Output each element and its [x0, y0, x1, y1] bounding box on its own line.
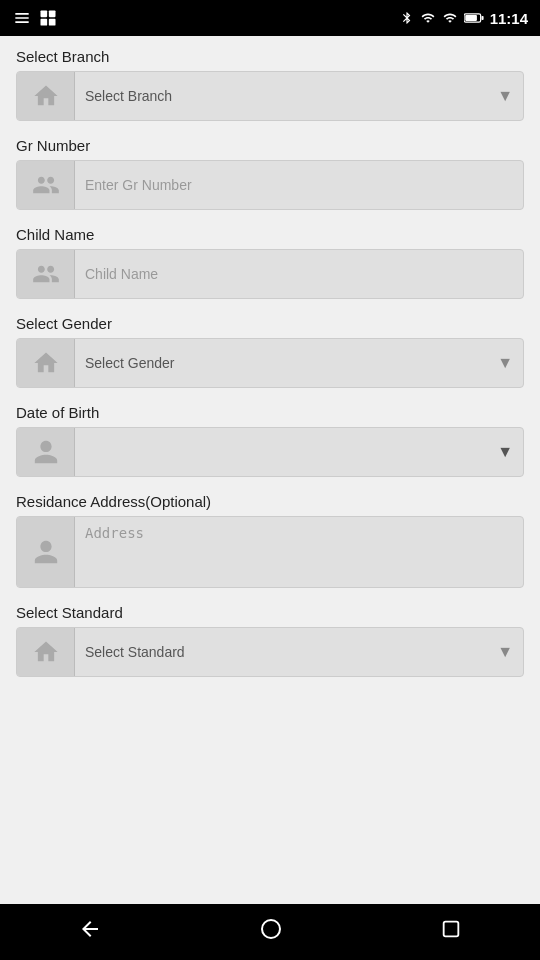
app-icon-2	[38, 8, 58, 28]
status-bar-left	[12, 8, 58, 28]
svg-rect-2	[41, 19, 48, 26]
select-branch-icon	[17, 72, 75, 120]
select-branch-group: Select Branch Select Branch ▼	[16, 48, 524, 121]
signal-icon	[420, 11, 436, 25]
date-of-birth-icon	[17, 428, 75, 476]
wifi-icon	[442, 11, 458, 25]
svg-rect-0	[41, 11, 48, 18]
gr-number-input[interactable]	[75, 161, 523, 209]
select-gender-icon	[17, 339, 75, 387]
select-branch-chevron: ▼	[497, 87, 513, 105]
address-input[interactable]	[75, 517, 523, 587]
svg-rect-3	[49, 19, 56, 26]
home-icon	[32, 82, 60, 110]
svg-point-7	[262, 920, 280, 938]
residence-address-icon	[17, 517, 75, 587]
person-icon-dob	[32, 438, 60, 466]
date-of-birth-group: Date of Birth ▼	[16, 404, 524, 477]
home-icon-standard	[32, 638, 60, 666]
select-standard-icon	[17, 628, 75, 676]
residence-address-label: Residance Address(Optional)	[16, 493, 524, 510]
select-gender-chevron: ▼	[497, 354, 513, 372]
gr-number-row	[16, 160, 524, 210]
select-standard-text: Select Standard	[85, 644, 185, 660]
gr-number-icon	[17, 161, 75, 209]
main-content: Select Branch Select Branch ▼ Gr Number	[0, 36, 540, 904]
select-standard-value[interactable]: Select Standard ▼	[75, 628, 523, 676]
child-name-input[interactable]	[75, 250, 523, 298]
recent-apps-button[interactable]	[430, 908, 472, 956]
select-gender-value[interactable]: Select Gender ▼	[75, 339, 523, 387]
select-gender-text: Select Gender	[85, 355, 175, 371]
navigation-bar	[0, 904, 540, 960]
select-branch-value[interactable]: Select Branch ▼	[75, 72, 523, 120]
gr-number-label: Gr Number	[16, 137, 524, 154]
svg-rect-1	[49, 11, 56, 18]
select-branch-label: Select Branch	[16, 48, 524, 65]
select-gender-label: Select Gender	[16, 315, 524, 332]
svg-rect-5	[465, 15, 477, 21]
gr-number-group: Gr Number	[16, 137, 524, 210]
select-branch-row[interactable]: Select Branch ▼	[16, 71, 524, 121]
person-icon-address	[32, 538, 60, 566]
select-standard-row[interactable]: Select Standard ▼	[16, 627, 524, 677]
time-display: 11:14	[490, 10, 528, 27]
bluetooth-icon	[400, 11, 414, 25]
svg-rect-6	[481, 16, 483, 20]
residence-address-group: Residance Address(Optional)	[16, 493, 524, 588]
child-name-label: Child Name	[16, 226, 524, 243]
app-icon-1	[12, 8, 32, 28]
child-name-group: Child Name	[16, 226, 524, 299]
status-bar-right: 11:14	[400, 10, 528, 27]
back-icon	[78, 917, 102, 941]
select-standard-group: Select Standard Select Standard ▼	[16, 604, 524, 677]
svg-rect-8	[443, 922, 458, 937]
select-branch-text: Select Branch	[85, 88, 172, 104]
back-button[interactable]	[68, 907, 112, 957]
people-icon-child	[32, 260, 60, 288]
child-name-row	[16, 249, 524, 299]
people-icon-gr	[32, 171, 60, 199]
date-of-birth-label: Date of Birth	[16, 404, 524, 421]
status-bar: 11:14	[0, 0, 540, 36]
select-gender-group: Select Gender Select Gender ▼	[16, 315, 524, 388]
residence-address-row	[16, 516, 524, 588]
select-standard-chevron: ▼	[497, 643, 513, 661]
dob-dropdown-arrow: ▼	[497, 443, 513, 461]
recent-apps-icon	[440, 918, 462, 940]
home-nav-icon	[259, 917, 283, 941]
date-of-birth-row[interactable]: ▼	[16, 427, 524, 477]
select-standard-label: Select Standard	[16, 604, 524, 621]
child-name-icon	[17, 250, 75, 298]
home-icon-gender	[32, 349, 60, 377]
select-gender-row[interactable]: Select Gender ▼	[16, 338, 524, 388]
battery-icon	[464, 11, 484, 25]
home-nav-button[interactable]	[249, 907, 293, 957]
date-of-birth-select[interactable]: ▼	[75, 428, 523, 476]
